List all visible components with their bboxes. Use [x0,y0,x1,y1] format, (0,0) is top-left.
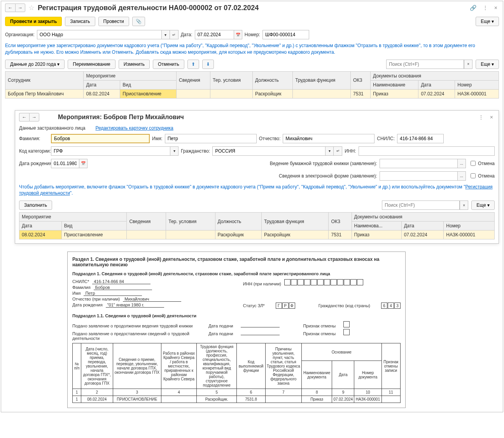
more-icon[interactable]: ⋮ [481,5,490,11]
more-button[interactable]: Еще ▾ [476,17,499,26]
fill-button[interactable]: Заполнить [19,201,52,210]
cancel-button[interactable]: Отменить [153,60,184,69]
sub-table-row[interactable]: 08.02.2024 Приостановление Раскройщик Ра… [19,230,495,239]
paper-cancel-checkbox[interactable] [471,161,476,166]
main-toolbar: Провести и закрыть Записать Провести 📎 Е… [1,14,503,28]
sub-back-button[interactable]: ← [19,113,29,121]
cat-dropdown-button[interactable]: ▾ [170,146,178,156]
sub-title: Мероприятия: Бобров Петр Михайлович [58,114,474,121]
cat-label: Код категории: [19,148,49,154]
electronic-input[interactable] [380,171,457,181]
col-event[interactable]: Мероприятие [84,71,177,80]
report-row: 1 08.02.2024 ПРИОСТАНОВЛЕНИЕ Раскройщик.… [73,396,401,403]
favorite-star-icon[interactable]: ☆ [28,4,35,12]
edit-card-link[interactable]: Редактировать карточку сотрудника [95,125,173,131]
report-table: № п/п Дата (число, месяц, год) приема, п… [72,343,401,403]
back-button[interactable]: ← [5,4,15,12]
paper-cancel-label: Отмена [478,161,495,166]
inn-boxes [284,279,363,285]
info-text: Если мероприятие уже зарегистрировано до… [1,41,503,57]
search-clear-button[interactable]: × [464,60,472,69]
cat-input[interactable] [51,146,170,156]
move-up-button[interactable]: ⬆ [187,60,199,69]
move-down-button[interactable]: ⬇ [202,60,214,69]
org-dropdown-button[interactable]: ▾ [161,30,170,39]
electronic-more-button[interactable]: ... [457,171,466,181]
org-open-button[interactable]: ↵ [170,30,178,39]
col-docname[interactable]: Наименование [370,80,418,89]
link-icon[interactable]: 🔗 [468,5,478,11]
main-table: Сотрудник Мероприятие Сведения Тер. усло… [5,71,499,99]
cell-okz: 7531 [351,89,371,98]
cit-input[interactable] [212,146,325,156]
cell-type: Приостановление [120,89,177,98]
paper-label: Ведение бумажной трудовой книжки (заявле… [270,161,377,166]
fam-label: Фамилия: [19,136,49,141]
patr-label: Отчество: [259,136,281,141]
citizenship-boxes: 6 4 3 [381,303,401,309]
main-header: ← → ☆ Регистрация трудовой деятельности … [1,1,503,14]
electronic-cancel-label: Отмена [478,173,495,179]
cell-date: 08.02.2024 [84,89,120,98]
sub-info-text: Чтобы добавить мероприятие, включите фла… [15,182,499,199]
status-boxes: Г Р Ф [276,303,295,309]
report-section1: Раздел 1. Сведения о трудовой (иной) дея… [72,257,401,267]
snils-input[interactable] [397,134,444,143]
cell-pos: Раскройщик [253,89,293,98]
dob-calendar-button[interactable]: 📅 [79,159,88,168]
page-title: Регистрация трудовой деятельности НА00-0… [38,4,465,12]
change-button[interactable]: Изменить [119,60,150,69]
col-docdate[interactable]: Дата [418,80,455,89]
cell-docname: Приказ [370,89,418,98]
rename-button[interactable]: Переименование [68,60,116,69]
col-docs[interactable]: Документы основания [370,71,499,80]
paper-more-button[interactable]: ... [457,159,466,168]
org-input[interactable] [37,30,161,39]
table-more-button[interactable]: Еще ▾ [476,60,499,69]
dob-input[interactable] [51,159,79,168]
table-toolbar: Данные до 2020 года ▾ Переименование Изм… [1,57,503,71]
report-preview: Раздел 1. Сведения о трудовой (иной) дея… [67,252,406,408]
name-input[interactable] [165,134,257,143]
col-info[interactable]: Сведения [177,71,210,89]
sub-more-button[interactable]: Еще ▾ [471,201,495,210]
cit-label: Гражданство: [181,148,210,154]
write-button[interactable]: Записать [65,17,95,26]
table-row[interactable]: Бобров Петр Михайлович 08.02.2024 Приост… [5,89,499,98]
report-subsection11: Подраздел 1.1. Сведения о трудовой (иной… [72,313,401,318]
cit-open-button[interactable]: ↵ [334,146,342,156]
sub-close-icon[interactable]: × [488,114,495,120]
inn-label: ИНН: [345,148,356,154]
cit-dropdown-button[interactable]: ▾ [325,146,334,156]
forward-button[interactable]: → [15,4,25,12]
col-okz[interactable]: ОКЗ [351,71,371,89]
fam-input[interactable] [51,134,150,143]
snils-label: СНИЛС: [377,136,395,141]
attach-button[interactable]: 📎 [132,17,145,26]
date-input[interactable] [195,30,234,39]
col-ter[interactable]: Тер. условия [210,71,253,89]
patr-input[interactable] [283,134,374,143]
main-window: ← → ☆ Регистрация трудовой деятельности … [1,1,503,412]
sub-more-icon[interactable]: ⋮ [477,114,485,120]
paper-input[interactable] [380,159,457,168]
date-calendar-button[interactable]: 📅 [234,30,242,39]
col-employee[interactable]: Сотрудник [5,71,84,89]
search-input[interactable] [386,60,464,69]
inn-input[interactable] [359,146,495,156]
process-close-button[interactable]: Провести и закрыть [5,17,62,26]
org-label: Организация: [5,32,35,37]
col-pos[interactable]: Должность [253,71,293,89]
sub-search-input[interactable] [382,201,460,210]
number-input[interactable] [262,30,309,39]
close-icon[interactable]: × [493,5,499,11]
col-type[interactable]: Вид [120,80,177,89]
col-func[interactable]: Трудовая функция [293,71,351,89]
sub-forward-button[interactable]: → [29,113,39,121]
col-docnum[interactable]: Номер [455,80,499,89]
electronic-cancel-checkbox[interactable] [471,173,476,178]
process-button[interactable]: Провести [98,17,129,26]
sub-search-clear-button[interactable]: × [460,201,468,210]
col-date[interactable]: Дата [84,80,120,89]
data-2020-button[interactable]: Данные до 2020 года ▾ [5,60,65,69]
